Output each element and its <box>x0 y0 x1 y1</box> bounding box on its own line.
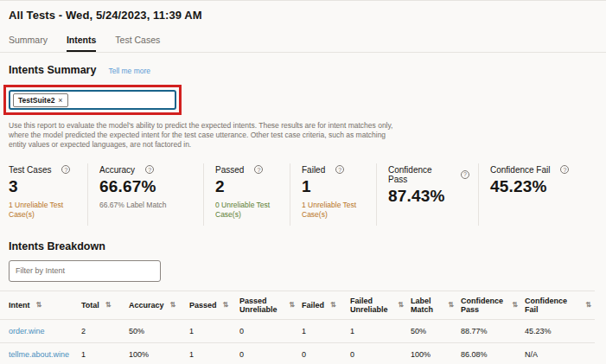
sort-icon[interactable]: ⇅ <box>330 302 336 309</box>
stat-value: 1 <box>302 177 367 196</box>
table-row: tellme.about.wine 1 100% 1 0 0 0 100% 86… <box>0 342 595 364</box>
cell-passed-unreliable: 0 <box>236 319 298 342</box>
stat-label: Passed <box>215 165 244 175</box>
intent-link-order-wine[interactable]: order.wine <box>9 327 45 335</box>
column-header-label-match[interactable]: Label Match⇅ <box>407 291 457 319</box>
remove-tag-icon[interactable]: × <box>58 96 62 105</box>
stat-label: Test Cases <box>9 165 51 175</box>
stat-label: Failed <box>302 165 325 175</box>
sort-icon[interactable]: ⇅ <box>585 302 591 309</box>
sort-icon[interactable]: ⇅ <box>448 302 454 309</box>
cell-label-match: 50% <box>407 319 457 342</box>
stat-value: 3 <box>9 177 79 196</box>
cell-failed-unreliable: 0 <box>347 342 407 364</box>
help-icon[interactable]: ? <box>61 165 70 174</box>
help-icon[interactable]: ? <box>145 165 154 174</box>
column-header-passed[interactable]: Passed⇅ <box>186 291 236 319</box>
tab-test-cases[interactable]: Test Cases <box>115 35 160 52</box>
stat-subtext: 0 Unreliable Test Case(s) <box>215 201 276 220</box>
sort-icon[interactable]: ⇅ <box>170 302 176 309</box>
tab-bar: Summary Intents Test Cases <box>9 35 606 52</box>
stat-confidence-pass: Confidence Pass ? 87.43% <box>377 163 479 226</box>
test-suite-tag-label: TestSuite2 <box>18 96 54 105</box>
filter-by-intent-input[interactable] <box>9 260 161 282</box>
stat-subtext: 1 Unreliable Test Case(s) <box>302 201 362 220</box>
column-header-total[interactable]: Total⇅ <box>78 291 125 319</box>
help-icon[interactable]: ? <box>335 165 344 174</box>
stat-test-cases: Test Cases ? 3 1 Unreliable Test Case(s) <box>9 163 88 226</box>
sort-icon[interactable]: ⇅ <box>512 302 518 309</box>
column-header-failed[interactable]: Failed⇅ <box>298 291 347 319</box>
stat-value: 45.23% <box>490 177 596 196</box>
cell-confidence-fail: N/A <box>521 342 595 364</box>
tell-me-more-link[interactable]: Tell me more <box>108 67 150 75</box>
intents-summary-title: Intents Summary <box>9 64 96 76</box>
column-header-confidence-pass[interactable]: Confidence Pass⇅ <box>457 291 521 319</box>
top-divider <box>0 0 606 1</box>
stat-value: 66.67% <box>99 177 195 196</box>
stat-value: 2 <box>215 177 281 196</box>
stat-label: Confidence Pass <box>388 165 450 184</box>
intents-breakdown-table: Intent⇅ Total⇅ Accuracy⇅ Passed⇅ Passed … <box>0 291 595 364</box>
help-icon[interactable]: ? <box>461 170 469 179</box>
column-header-accuracy[interactable]: Accuracy⇅ <box>125 291 186 319</box>
annotation-highlight: TestSuite2 × <box>3 85 182 115</box>
column-header-confidence-fail[interactable]: Confidence Fail⇅ <box>521 291 595 319</box>
column-header-failed-unreliable[interactable]: Failed Unreliable⇅ <box>347 291 407 319</box>
intents-breakdown-title: Intents Breakdown <box>9 240 606 252</box>
sort-icon[interactable]: ⇅ <box>36 302 42 309</box>
tab-intents[interactable]: Intents <box>67 35 96 52</box>
cell-passed: 1 <box>186 319 236 342</box>
tab-summary[interactable]: Summary <box>9 35 48 52</box>
table-row: order.wine 2 50% 1 0 1 1 50% 88.77% 45.2… <box>0 319 595 342</box>
stats-row: Test Cases ? 3 1 Unreliable Test Case(s)… <box>9 163 606 226</box>
cell-total: 1 <box>78 342 125 364</box>
help-icon[interactable]: ? <box>560 165 569 174</box>
stat-confidence-fail: Confidence Fail ? 45.23% <box>479 163 605 226</box>
cell-confidence-fail: 45.23% <box>521 319 595 342</box>
stat-failed: Failed ? 1 1 Unreliable Test Case(s) <box>290 163 377 226</box>
cell-accuracy: 100% <box>125 342 186 364</box>
stat-label: Accuracy <box>99 165 135 175</box>
intents-summary-header: Intents Summary Tell me more <box>9 64 606 76</box>
page-title: All Tests - Wed, 5/24/2023, 11:39 AM <box>9 9 606 22</box>
column-header-intent[interactable]: Intent⇅ <box>0 291 78 319</box>
stat-accuracy: Accuracy ? 66.67% 66.67% Label Match <box>88 163 204 226</box>
cell-label-match: 100% <box>407 342 457 364</box>
stat-value: 87.43% <box>388 187 469 206</box>
tabs-divider <box>0 52 606 53</box>
sort-icon[interactable]: ⇅ <box>398 302 404 309</box>
sort-icon[interactable]: ⇅ <box>289 302 295 309</box>
cell-accuracy: 50% <box>125 319 186 342</box>
stat-subtext: 1 Unreliable Test Case(s) <box>9 201 69 220</box>
cell-failed: 1 <box>298 319 347 342</box>
sort-icon[interactable]: ⇅ <box>223 302 229 309</box>
help-icon[interactable]: ? <box>254 165 263 174</box>
stat-subtext: 66.67% Label Match <box>99 201 195 210</box>
column-header-passed-unreliable[interactable]: Passed Unreliable⇅ <box>236 291 298 319</box>
report-description: Use this report to evaluate the model's … <box>9 121 402 150</box>
cell-total: 2 <box>78 319 125 342</box>
cell-passed-unreliable: 0 <box>236 342 298 364</box>
cell-failed-unreliable: 1 <box>347 319 407 342</box>
cell-passed: 1 <box>186 342 236 364</box>
cell-failed: 0 <box>298 342 347 364</box>
cell-confidence-pass: 88.77% <box>457 319 521 342</box>
stat-passed: Passed ? 2 0 Unreliable Test Case(s) <box>204 163 290 226</box>
stat-label: Confidence Fail <box>490 165 550 175</box>
test-suite-tag: TestSuite2 × <box>13 93 68 107</box>
test-suite-filter-combobox[interactable]: TestSuite2 × <box>9 90 176 110</box>
cell-confidence-pass: 86.08% <box>457 342 521 364</box>
table-header-row: Intent⇅ Total⇅ Accuracy⇅ Passed⇅ Passed … <box>0 291 595 319</box>
sort-icon[interactable]: ⇅ <box>105 302 112 309</box>
intent-link-tellme-about-wine[interactable]: tellme.about.wine <box>9 350 69 359</box>
